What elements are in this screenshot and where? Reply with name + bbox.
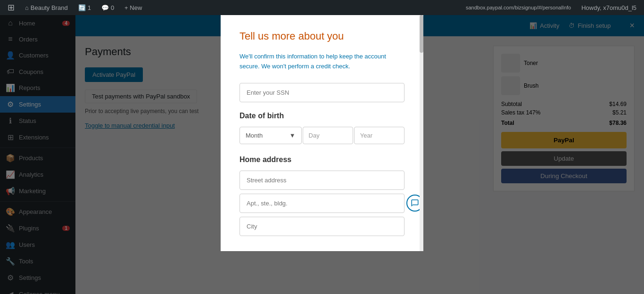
apt-row [239, 194, 405, 213]
month-select[interactable]: Month ▼ [239, 127, 302, 144]
site-name-item[interactable]: ⌂ Beauty Brand [21, 0, 72, 15]
paypal-modal: ▲ Tell us more about you We'll confirm t… [221, 15, 423, 251]
dob-label: Date of birth [239, 112, 405, 120]
street-address-input[interactable] [239, 171, 405, 190]
admin-bar: ⊞ ⌂ Beauty Brand 🔄 1 💬 0 + New sandbox.p… [0, 0, 644, 15]
month-label: Month [246, 132, 263, 139]
updates-icon: 🔄 [78, 4, 86, 11]
comments-icon: 💬 [101, 4, 109, 11]
wp-logo-icon: ⊞ [8, 2, 15, 13]
site-name: Beauty Brand [31, 4, 68, 11]
update-count: 1 [88, 4, 91, 11]
modal-description: We'll confirm this information to help k… [239, 52, 405, 72]
admin-bar-left: ⊞ ⌂ Beauty Brand 🔄 1 💬 0 + New [4, 0, 462, 15]
howdy-text: Howdy, x7omu0d_l5 [581, 4, 636, 11]
modal-content: Tell us more about you We'll confirm thi… [221, 15, 423, 251]
home-icon: ⌂ [25, 4, 29, 11]
ssn-input[interactable] [239, 83, 405, 102]
home-address-section: Home address [239, 155, 405, 236]
howdy-item[interactable]: Howdy, x7omu0d_l5 [578, 0, 640, 15]
url-text: sandbox.paypal.com/bizsignup/#/personalI… [466, 5, 571, 10]
dob-section: Date of birth Month ▼ Day Year [239, 112, 405, 144]
modal-overlay: ▲ Tell us more about you We'll confirm t… [0, 15, 644, 294]
url-display: sandbox.paypal.com/bizsignup/#/personalI… [462, 0, 575, 15]
chevron-down-icon: ▼ [289, 132, 296, 139]
comment-count: 0 [111, 4, 114, 11]
dob-row: Month ▼ Day Year [239, 127, 405, 144]
day-input[interactable]: Day [303, 127, 353, 144]
admin-bar-right: sandbox.paypal.com/bizsignup/#/personalI… [462, 0, 640, 15]
city-input[interactable] [239, 217, 405, 236]
comments-item[interactable]: 💬 0 [98, 0, 118, 15]
year-label: Year [360, 132, 372, 139]
apt-input[interactable] [239, 194, 405, 213]
new-item[interactable]: + New [121, 0, 146, 15]
scrollbar-thumb[interactable] [420, 15, 423, 53]
year-input[interactable]: Year [354, 127, 405, 144]
home-address-label: Home address [239, 155, 405, 164]
new-label: + New [124, 4, 142, 11]
wp-logo-item[interactable]: ⊞ [4, 0, 18, 15]
modal-scrollbar[interactable] [420, 15, 423, 251]
day-label: Day [309, 132, 320, 139]
updates-item[interactable]: 🔄 1 [74, 0, 95, 15]
modal-title: Tell us more about you [239, 30, 405, 42]
chat-icon [411, 199, 419, 207]
